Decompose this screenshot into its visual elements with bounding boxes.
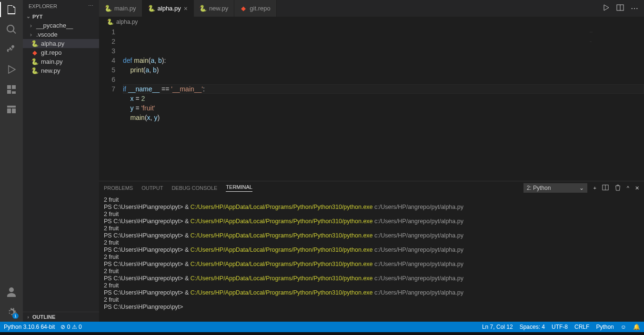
extensions-icon[interactable]	[6, 84, 17, 95]
python-icon: 🐍	[200, 5, 206, 12]
minimap[interactable]: ▬▬▬▬▬▬▬▬▬▬▬▬▬▬	[590, 27, 637, 56]
file-item[interactable]: 🐍new.py	[23, 66, 99, 75]
terminal-selector[interactable]: 2: Python ⌄	[523, 183, 588, 193]
chevron-right-icon: ›	[26, 314, 30, 320]
tab-label: alpha.py	[158, 5, 181, 12]
more-icon[interactable]: ⋯	[631, 4, 638, 13]
status-python[interactable]: Python 3.10.6 64-bit	[4, 324, 55, 330]
status-lang[interactable]: Python	[596, 324, 614, 330]
panel-tab[interactable]: DEBUG CONSOLE	[171, 185, 217, 191]
file-item[interactable]: ◆git.repo	[23, 48, 99, 57]
more-icon[interactable]: ⋯	[88, 3, 93, 9]
status-encoding[interactable]: UTF-8	[552, 324, 568, 330]
terminal-output[interactable]: 2 fruitPS C:\Users\HP\angrepo\pyt> & C:/…	[99, 195, 644, 322]
breadcrumb-label: alpha.py	[116, 19, 138, 25]
project-section[interactable]: ⌄ PYT	[23, 12, 99, 21]
git-icon: ◆	[240, 5, 247, 12]
python-icon: 🐍	[105, 5, 111, 12]
explorer-header: EXPLORER ⋯	[23, 0, 99, 12]
editor-tab[interactable]: 🐍new.py	[194, 0, 234, 17]
debug-icon[interactable]	[6, 64, 17, 75]
tab-label: git.repo	[250, 5, 270, 12]
chevron-right-icon: ›	[29, 31, 33, 38]
line-gutter: 1234567	[99, 27, 123, 181]
status-spaces[interactable]: Spaces: 4	[520, 324, 545, 330]
status-eol[interactable]: CRLF	[574, 324, 589, 330]
run-icon[interactable]	[602, 4, 610, 13]
trash-icon[interactable]	[614, 184, 621, 192]
terminal-selector-label: 2: Python	[527, 185, 551, 191]
settings-icon[interactable]: 1	[6, 306, 17, 318]
editor-area: 🐍main.py🐍alpha.py×🐍new.py◆git.repo ⋯ 🐍 a…	[99, 0, 644, 322]
code-content[interactable]: def main(a, b): print(a, b) if __name__ …	[123, 27, 644, 181]
os-taskbar	[0, 332, 644, 335]
file-item[interactable]: 🐍main.py	[23, 57, 99, 66]
python-icon: 🐍	[31, 68, 38, 74]
chevron-down-icon: ⌄	[26, 13, 30, 20]
status-problems[interactable]: ⊘ 0 ⚠ 0	[60, 324, 81, 330]
layout-icon[interactable]	[6, 104, 17, 115]
file-label: main.py	[41, 58, 63, 65]
status-bar: Python 3.10.6 64-bit ⊘ 0 ⚠ 0 Ln 7, Col 1…	[0, 322, 644, 332]
outline-label: OUTLINE	[32, 314, 55, 320]
file-label: __pycache__	[36, 22, 73, 29]
code-editor[interactable]: 1234567 def main(a, b): print(a, b) if _…	[99, 27, 644, 181]
file-item[interactable]: ›.vscode	[23, 30, 99, 39]
breadcrumb[interactable]: 🐍 alpha.py	[99, 17, 644, 27]
split-icon[interactable]	[616, 4, 624, 13]
source-control-icon[interactable]	[6, 44, 17, 55]
close-icon[interactable]: ×	[184, 5, 188, 12]
chevron-up-icon[interactable]: ^	[627, 185, 629, 191]
chevron-down-icon: ⌄	[579, 185, 584, 191]
search-icon[interactable]	[6, 24, 17, 35]
git-icon: ◆	[31, 49, 38, 56]
status-ln-col[interactable]: Ln 7, Col 12	[482, 324, 513, 330]
editor-tab[interactable]: 🐍alpha.py×	[142, 0, 194, 17]
panel-tab[interactable]: OUTPUT	[141, 185, 163, 191]
outline-section[interactable]: › OUTLINE	[23, 312, 99, 322]
editor-tab[interactable]: 🐍main.py	[99, 0, 142, 17]
file-label: alpha.py	[41, 40, 64, 47]
file-label: git.repo	[41, 49, 61, 56]
settings-badge: 1	[12, 313, 19, 319]
panel-tabs: PROBLEMSOUTPUTDEBUG CONSOLETERMINAL 2: P…	[99, 181, 644, 195]
chevron-right-icon: ›	[29, 22, 33, 29]
new-terminal-icon[interactable]: +	[593, 185, 596, 191]
editor-tabs: 🐍main.py🐍alpha.py×🐍new.py◆git.repo ⋯	[99, 0, 644, 17]
project-name: PYT	[32, 14, 42, 20]
feedback-icon[interactable]: ☺	[621, 324, 626, 330]
file-label: new.py	[41, 67, 60, 74]
close-icon[interactable]: ✕	[635, 185, 639, 191]
file-tree: ›__pycache__›.vscode🐍alpha.py◆git.repo🐍m…	[23, 21, 99, 312]
activity-bar: 1	[0, 0, 23, 322]
bell-icon[interactable]: 🔔	[633, 324, 640, 330]
files-icon[interactable]	[6, 4, 17, 15]
panel-tab[interactable]: PROBLEMS	[104, 185, 133, 191]
explorer-title: EXPLORER	[29, 3, 57, 9]
tab-label: main.py	[114, 5, 136, 12]
file-item[interactable]: ›__pycache__	[23, 21, 99, 30]
explorer-sidebar: EXPLORER ⋯ ⌄ PYT ›__pycache__›.vscode🐍al…	[23, 0, 99, 322]
split-terminal-icon[interactable]	[602, 184, 609, 192]
file-label: .vscode	[36, 31, 58, 38]
python-icon: 🐍	[31, 40, 38, 47]
bottom-panel: PROBLEMSOUTPUTDEBUG CONSOLETERMINAL 2: P…	[99, 181, 644, 322]
account-icon[interactable]	[6, 286, 17, 298]
file-item[interactable]: 🐍alpha.py	[23, 39, 99, 48]
panel-tab[interactable]: TERMINAL	[226, 184, 252, 192]
python-icon: 🐍	[148, 5, 155, 12]
python-icon: 🐍	[31, 59, 38, 65]
editor-tab[interactable]: ◆git.repo	[234, 0, 276, 17]
python-icon: 🐍	[107, 19, 113, 25]
tab-label: new.py	[209, 5, 228, 12]
